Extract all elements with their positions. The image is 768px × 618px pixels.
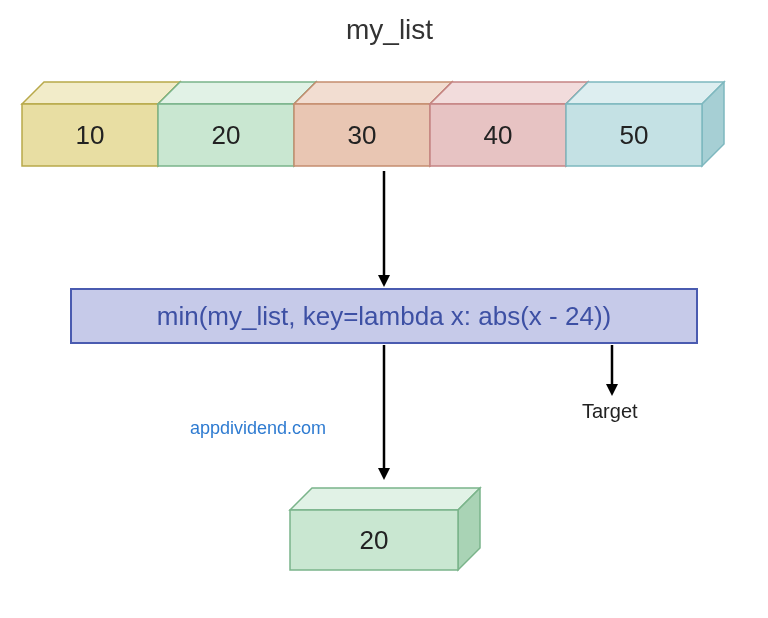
svg-rect-2 (22, 104, 158, 166)
svg-rect-11 (430, 104, 566, 166)
svg-rect-20 (290, 510, 458, 570)
svg-rect-5 (158, 104, 294, 166)
diagram-title: my_list (346, 14, 433, 46)
result-cell-value: 20 (360, 525, 389, 555)
code-expression: min(my_list, key=lambda x: abs(x - 24)) (70, 288, 698, 344)
list-cell-3: 40 (430, 82, 588, 166)
list-cell-0-value: 10 (76, 120, 105, 150)
svg-marker-3 (158, 82, 316, 104)
list-cell-0: 10 (22, 82, 180, 166)
list-cell-1: 20 (158, 82, 316, 166)
svg-rect-8 (294, 104, 430, 166)
target-label: Target (582, 400, 638, 423)
list-cell-1-value: 20 (212, 120, 241, 150)
svg-marker-1 (158, 82, 180, 166)
watermark: appdividend.com (190, 418, 326, 439)
svg-marker-13 (702, 82, 724, 166)
svg-marker-7 (430, 82, 452, 166)
svg-marker-10 (566, 82, 588, 166)
svg-marker-15 (378, 275, 390, 287)
list-cell-2: 30 (294, 82, 452, 166)
svg-marker-4 (294, 82, 316, 166)
svg-marker-18 (290, 488, 480, 510)
svg-marker-12 (566, 82, 724, 104)
svg-marker-17 (606, 384, 618, 396)
svg-marker-16 (378, 468, 390, 480)
svg-marker-6 (294, 82, 452, 104)
list-cell-2-value: 30 (348, 120, 377, 150)
svg-rect-14 (566, 104, 702, 166)
svg-marker-19 (458, 488, 480, 570)
svg-marker-9 (430, 82, 588, 104)
list-cell-4: 50 (566, 82, 724, 166)
list-cell-4-value: 50 (620, 120, 649, 150)
result-cell: 20 (290, 488, 480, 570)
list-cell-3-value: 40 (484, 120, 513, 150)
svg-marker-0 (22, 82, 180, 104)
